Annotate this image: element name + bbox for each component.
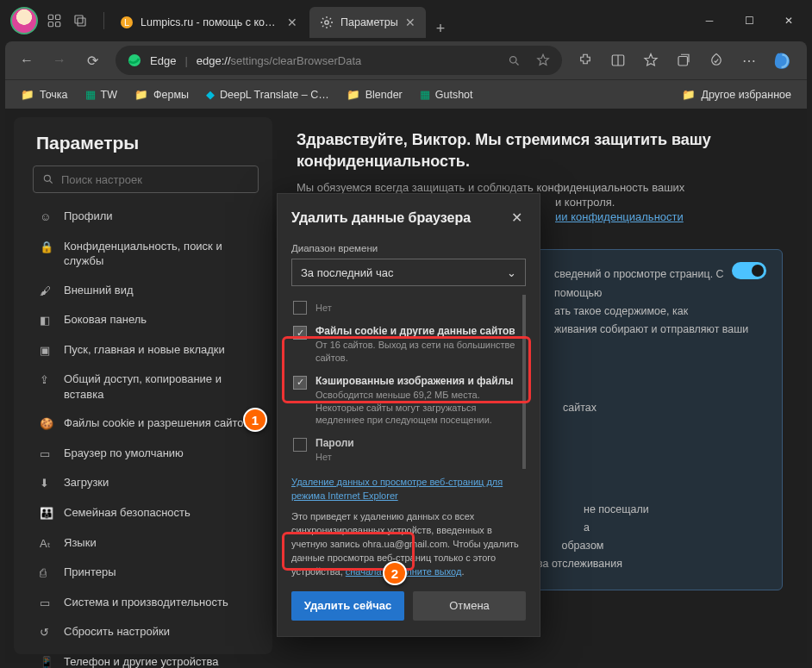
page-heading: Здравствуйте, Виктор. Мы стремимся защит… [297, 129, 745, 172]
bookmark-blender[interactable]: 📁Blender [340, 84, 409, 104]
copilot-button[interactable] [767, 44, 800, 77]
family-icon: 👪 [40, 506, 53, 521]
check-item-cache[interactable]: ✓ Кэшированные изображения и файлыОсвобо… [291, 370, 519, 433]
svg-point-10 [510, 56, 517, 63]
refresh-button[interactable]: ⟳ [78, 46, 107, 75]
nav-default-browser[interactable]: ▭Браузер по умолчанию [29, 439, 265, 469]
svg-rect-1 [56, 15, 60, 19]
close-icon[interactable]: ✕ [405, 16, 415, 29]
workspaces-icon[interactable] [47, 13, 62, 28]
panel-icon: ◧ [40, 313, 53, 328]
search-icon [42, 173, 54, 185]
reset-icon: ↺ [40, 625, 53, 640]
svg-point-8 [325, 21, 328, 24]
gear-icon [320, 16, 334, 29]
other-bookmarks[interactable]: 📁Другое избранное [675, 84, 798, 104]
back-button[interactable]: ← [12, 46, 41, 75]
check-title: Пароли [315, 437, 354, 449]
nav-share[interactable]: ⇪Общий доступ, копирование и вставка [29, 365, 265, 409]
check-item-passwords[interactable]: ПаролиНет [291, 432, 519, 469]
language-icon: Aₜ [40, 536, 53, 552]
svg-rect-3 [56, 22, 60, 27]
privacy-link[interactable]: ии конфиденциальности [555, 210, 684, 223]
svg-text:L: L [124, 17, 129, 28]
bookmark-gutshot[interactable]: ▦Gutshot [413, 84, 480, 104]
bookmark-tochka[interactable]: 📁Точка [14, 84, 75, 104]
nav-profiles[interactable]: ☺Профили [29, 202, 265, 232]
tracking-toggle[interactable] [732, 262, 766, 279]
dialog-close-button[interactable]: ✕ [508, 206, 526, 229]
nav-printers[interactable]: ⎙Принтеры [29, 558, 265, 588]
folder-icon: 📁 [347, 88, 360, 101]
browser-essentials-button[interactable] [702, 46, 731, 75]
divider [103, 12, 104, 29]
sidebar-title: Параметры [29, 133, 265, 153]
settings-sidebar: Параметры ☺Профили 🔒Конфиденциальность, … [14, 117, 272, 654]
address-bar[interactable]: Edge | edge://settings/clearBrowserData [116, 46, 562, 75]
close-icon[interactable]: ✕ [287, 16, 297, 29]
svg-rect-4 [75, 16, 83, 23]
url-scheme: Edge [150, 54, 176, 67]
nav-privacy[interactable]: 🔒Конфиденциальность, поиск и службы [29, 232, 265, 276]
check-item-history[interactable]: Нет [291, 295, 519, 320]
nav-system[interactable]: ▭Система и производительность [29, 588, 265, 618]
nav-phone[interactable]: 📱Телефон и другие устройства [29, 647, 265, 668]
system-icon: ▭ [40, 596, 53, 611]
profile-avatar[interactable] [10, 7, 38, 34]
nav-downloads[interactable]: ⬇Загрузки [29, 468, 265, 498]
nav-languages[interactable]: AₜЯзыки [29, 528, 265, 559]
tab-actions-icon[interactable] [72, 13, 88, 28]
nav-start[interactable]: ▣Пуск, главная и новые вкладки [29, 335, 265, 365]
tab-lumpics[interactable]: L Lumpics.ru - помощь с компью… ✕ [109, 7, 308, 38]
checkbox[interactable] [293, 301, 307, 315]
check-item-cookies[interactable]: ✓ Файлы cookie и другие данные сайтовОт … [291, 320, 519, 370]
check-desc: От 16 сайтов. Выход из сети на большинст… [315, 339, 517, 365]
share-icon: ⇪ [40, 372, 53, 388]
browser-icon: ▭ [40, 446, 53, 462]
titlebar: L Lumpics.ru - помощь с компью… ✕ Параме… [0, 0, 812, 41]
nav-reset[interactable]: ↺Сбросить настройки [29, 617, 265, 647]
annotation-badge-2: 2 [383, 561, 407, 585]
bookmark-deepl[interactable]: ◆DeepL Translate – C… [199, 84, 336, 104]
more-button[interactable]: ⋯ [734, 46, 764, 75]
tabs-icon: ▣ [40, 343, 53, 359]
printer-icon: ⎙ [40, 565, 53, 581]
new-tab-button[interactable]: + [428, 20, 454, 38]
nav-sidebar[interactable]: ◧Боковая панель [29, 305, 265, 335]
svg-rect-2 [48, 22, 53, 27]
nav-family[interactable]: 👪Семейная безопасность [29, 498, 265, 528]
window-controls: ─ ☐ ✕ [690, 3, 809, 38]
nav-cookies[interactable]: 🍪Файлы cookie и разрешения сайтов [29, 409, 265, 439]
checkbox[interactable] [293, 438, 307, 452]
nav-appearance[interactable]: 🖌Внешний вид [29, 276, 265, 306]
sync-note: Это приведет к удалению данных со всех с… [291, 510, 526, 579]
clear-data-list[interactable]: Нет ✓ Файлы cookie и другие данные сайто… [291, 295, 526, 469]
tab-label: Параметры [340, 16, 398, 28]
settings-search[interactable] [33, 165, 259, 193]
split-screen-button[interactable] [603, 46, 633, 75]
checkbox[interactable]: ✓ [293, 326, 307, 340]
url-path: settings/clearBrowserData [231, 54, 362, 67]
tab-settings[interactable]: Параметры ✕ [309, 7, 426, 38]
collections-button[interactable] [669, 46, 698, 75]
settings-search-input[interactable] [61, 173, 249, 186]
minimize-button[interactable]: ─ [690, 3, 729, 38]
favorite-icon[interactable] [536, 53, 550, 67]
extensions-button[interactable] [571, 46, 600, 75]
settings-nav: ☺Профили 🔒Конфиденциальность, поиск и сл… [29, 202, 265, 668]
bookmark-tw[interactable]: ▦TW [78, 84, 124, 104]
cancel-button[interactable]: Отмена [413, 591, 526, 621]
timerange-value: За последний час [301, 266, 393, 279]
brush-icon: 🖌 [40, 284, 53, 299]
favorites-button[interactable] [636, 46, 665, 75]
bookmark-fermy[interactable]: 📁Фермы [128, 84, 196, 104]
svg-rect-12 [678, 57, 688, 66]
search-icon[interactable] [508, 54, 521, 67]
clear-now-button[interactable]: Удалить сейчас [291, 591, 404, 621]
checkbox[interactable]: ✓ [293, 376, 307, 390]
maximize-button[interactable]: ☐ [729, 3, 769, 38]
close-window-button[interactable]: ✕ [769, 3, 809, 38]
timerange-select[interactable]: За последний час ⌄ [291, 259, 526, 286]
svg-rect-5 [78, 18, 85, 26]
ie-mode-link[interactable]: Удаление данных о просмотре веб-страниц … [291, 477, 503, 501]
